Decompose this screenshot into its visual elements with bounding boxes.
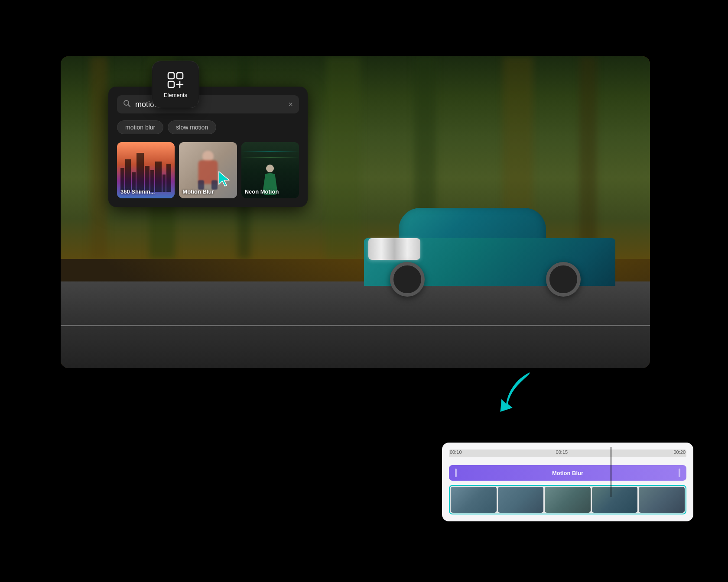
- video-frame-thumb-1: [451, 487, 497, 513]
- car-wheel-right: [546, 262, 581, 297]
- tag-chip-slow-motion[interactable]: slow motion: [168, 120, 216, 134]
- video-track: [449, 485, 686, 514]
- video-frame-thumb-4: [592, 487, 638, 513]
- search-bar[interactable]: ×: [117, 95, 299, 113]
- video-frame-thumb-3: [545, 487, 591, 513]
- effect-clip-motion-blur[interactable]: Motion Blur: [449, 465, 686, 481]
- effect-clip-label: Motion Blur: [457, 470, 679, 476]
- video-frame-5: [639, 487, 685, 513]
- result-item-360shimmer[interactable]: 360 Shimm...: [117, 142, 175, 198]
- elements-icon: [166, 71, 185, 89]
- results-grid: 360 Shimm...: [117, 142, 299, 198]
- search-icon: [123, 100, 131, 109]
- clip-handle-right[interactable]: [679, 469, 680, 477]
- search-clear-button[interactable]: ×: [288, 100, 293, 109]
- car-wheel-left: [390, 262, 425, 297]
- scene: Elements × motion blur slow motion: [0, 0, 728, 582]
- video-frame-thumb-5: [639, 487, 685, 513]
- video-frame-thumb-2: [498, 487, 544, 513]
- elements-button[interactable]: Elements: [152, 61, 199, 108]
- video-frame-2: [498, 487, 544, 513]
- result-label-neon-motion: Neon Motion: [245, 188, 296, 195]
- timeline-panel: 00:10 00:15 00:20 Motion Blur: [442, 443, 693, 521]
- teal-arrow-indicator: [498, 368, 542, 422]
- time-label-start: 00:10: [450, 449, 462, 455]
- car-grill: [368, 238, 420, 260]
- elements-panel: × motion blur slow motion: [108, 87, 308, 207]
- video-frame-4: [592, 487, 638, 513]
- elements-label: Elements: [164, 92, 187, 98]
- tag-chip-motion-blur[interactable]: motion blur: [117, 120, 163, 134]
- tag-chips-container: motion blur slow motion: [117, 120, 299, 134]
- vintage-car: [364, 204, 615, 299]
- timeline-ruler: 00:10 00:15 00:20: [449, 449, 686, 460]
- svg-rect-2: [168, 81, 174, 87]
- time-label-mid: 00:15: [556, 449, 568, 455]
- video-frame-1: [451, 487, 497, 513]
- svg-rect-1: [177, 73, 183, 79]
- result-item-motion-blur[interactable]: Motion Blur: [179, 142, 237, 198]
- result-label-360shimmer: 360 Shimm...: [120, 188, 171, 195]
- result-item-neon-motion[interactable]: Neon Motion: [241, 142, 299, 198]
- time-label-end: 00:20: [673, 449, 686, 455]
- cursor-arrow-icon: [217, 170, 233, 188]
- svg-rect-0: [168, 73, 174, 79]
- video-frame-3: [545, 487, 591, 513]
